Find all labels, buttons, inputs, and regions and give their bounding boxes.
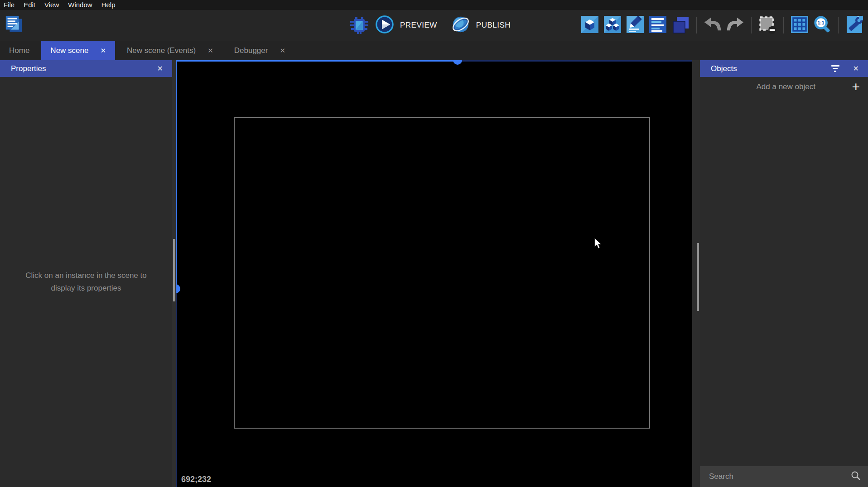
tab-close-icon[interactable]: ✕: [100, 47, 106, 55]
add-new-object-button[interactable]: Add a new object +: [700, 77, 868, 97]
selection-handle-top[interactable]: [453, 60, 462, 65]
plus-icon[interactable]: +: [852, 80, 860, 94]
properties-panel-title: Properties: [11, 64, 46, 73]
deselect-icon: [758, 15, 777, 36]
tab-label: Debugger: [234, 46, 268, 55]
zoom-original-button[interactable]: 1:1: [812, 14, 832, 37]
tab-new-scene-events[interactable]: New scene (Events) ✕: [118, 41, 222, 60]
menu-edit[interactable]: Edit: [19, 0, 40, 10]
debug-button[interactable]: [349, 14, 369, 37]
canvas-left-scrollbar[interactable]: [172, 60, 176, 487]
wrench-icon: [845, 15, 863, 35]
scene-window-border: [234, 117, 650, 429]
toolbar-separator: [751, 17, 752, 33]
objects-panel-header: Objects ✕: [700, 60, 868, 77]
edit-scene-properties-button[interactable]: [625, 14, 645, 37]
grid-button[interactable]: [790, 14, 810, 37]
project-manager-button[interactable]: [4, 14, 24, 37]
publish-label[interactable]: PUBLISH: [476, 21, 511, 30]
redo-icon: [726, 17, 744, 34]
tab-debugger[interactable]: Debugger ✕: [225, 41, 294, 60]
pencil-icon: [626, 15, 644, 35]
menu-help[interactable]: Help: [97, 0, 120, 10]
objects-search-bar: [700, 466, 868, 487]
undo-button[interactable]: [703, 14, 723, 37]
properties-close-icon[interactable]: ✕: [155, 63, 165, 74]
layers-icon: [671, 15, 690, 35]
objects-panel: Objects ✕ Add a new object +: [700, 60, 868, 487]
canvas-border-left: [176, 289, 177, 487]
tab-home[interactable]: Home: [0, 41, 39, 60]
toolbar-center-group: PREVIEW PUBLISH: [349, 10, 519, 41]
selection-edge-left: [176, 60, 177, 289]
menu-view[interactable]: View: [40, 0, 63, 10]
cursor-coordinates-label: 692;232: [181, 475, 211, 484]
toolbar-right-group: 1:1: [580, 10, 864, 41]
main-toolbar: PREVIEW PUBLISH: [0, 10, 868, 41]
preview-button[interactable]: [375, 14, 395, 37]
menu-file[interactable]: File: [4, 0, 19, 10]
events-sheet-icon: [649, 15, 667, 35]
search-icon[interactable]: [851, 471, 861, 482]
tab-label: New scene (Events): [127, 46, 196, 55]
edit-objects-button[interactable]: [603, 14, 622, 37]
canvas-right-scrollbar[interactable]: [692, 60, 700, 487]
toolbar-separator: [838, 17, 839, 33]
publish-button[interactable]: [451, 14, 471, 37]
toolbar-separator: [783, 17, 784, 33]
tab-label: New scene: [50, 46, 88, 55]
grid-icon: [791, 15, 809, 35]
filter-icon[interactable]: [831, 65, 839, 72]
selection-handle-left[interactable]: [176, 284, 180, 293]
play-circle-icon: [375, 15, 394, 36]
editor-tab-bar: Home New scene ✕ New scene (Events) ✕ De…: [0, 41, 868, 60]
canvas-border-top: [458, 60, 692, 62]
scene-canvas[interactable]: 692;232: [176, 60, 692, 487]
menu-bar: File Edit View Window Help: [0, 0, 868, 10]
properties-panel-body: Click on an instance in the scene to dis…: [0, 77, 172, 487]
properties-empty-message: Click on an instance in the scene to dis…: [14, 269, 158, 295]
properties-panel-header: Properties ✕: [0, 60, 172, 77]
edit-events-button[interactable]: [648, 14, 668, 37]
objects-cubes-icon: [603, 15, 622, 35]
objects-close-icon[interactable]: ✕: [851, 63, 861, 74]
scene-cube-icon: [581, 15, 599, 35]
tab-close-icon[interactable]: ✕: [280, 47, 285, 55]
zoom-1-1-icon: 1:1: [813, 15, 832, 36]
bug-icon: [349, 14, 369, 36]
selection-edge-top: [176, 60, 458, 62]
edit-scene-button[interactable]: [580, 14, 600, 37]
tab-label: Home: [9, 46, 29, 55]
search-input[interactable]: [709, 472, 851, 481]
toolbar-separator: [696, 17, 697, 33]
svg-text:1:1: 1:1: [818, 20, 825, 25]
publish-sphere-icon: [451, 15, 470, 36]
tools-button[interactable]: [844, 14, 864, 37]
layers-button[interactable]: [670, 14, 690, 37]
tab-new-scene[interactable]: New scene ✕: [41, 41, 115, 60]
properties-panel: Properties ✕ Click on an instance in the…: [0, 60, 172, 487]
preview-label[interactable]: PREVIEW: [400, 21, 437, 30]
tab-close-icon[interactable]: ✕: [207, 47, 213, 55]
deselect-button[interactable]: [757, 14, 777, 37]
scrollbar-thumb[interactable]: [173, 239, 175, 301]
objects-panel-title: Objects: [711, 64, 737, 73]
mouse-cursor-icon: [594, 238, 602, 251]
add-new-object-label: Add a new object: [708, 82, 852, 91]
project-manager-icon: [4, 15, 23, 36]
scrollbar-thumb[interactable]: [697, 243, 699, 311]
objects-list: [700, 97, 868, 466]
menu-window[interactable]: Window: [63, 0, 96, 10]
undo-icon: [704, 17, 722, 34]
redo-button[interactable]: [725, 14, 745, 37]
